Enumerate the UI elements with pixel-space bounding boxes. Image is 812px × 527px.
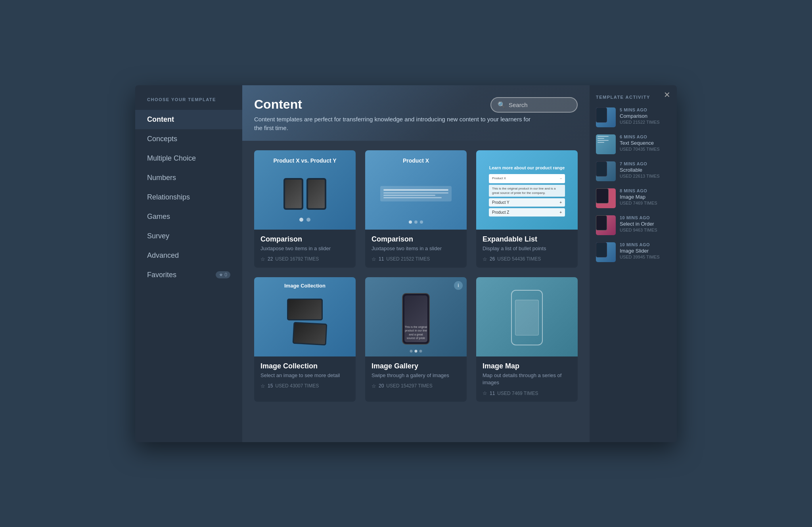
template-meta-comparison2: ☆ 11 USED 21522 TIMES bbox=[372, 256, 460, 262]
template-name-imgmap: Image Map bbox=[483, 362, 571, 370]
thumb-comparison2-label: Product X bbox=[365, 157, 467, 164]
thumb-text-content bbox=[380, 186, 451, 201]
template-card-expandable[interactable]: Learn more about our product range Produ… bbox=[476, 150, 578, 268]
activity-item-2: 6 MINS AGO Text Sequence USED 70435 TIME… bbox=[596, 134, 670, 154]
sidebar-item-favorites[interactable]: Favorites ★ 0 bbox=[135, 265, 242, 285]
template-card-imggallery[interactable]: i This is the original product in our li… bbox=[365, 277, 467, 402]
template-name-imgcollection: Image Collection bbox=[260, 362, 349, 370]
star-count-comparison2: 11 bbox=[379, 256, 384, 262]
template-card-imgmap[interactable]: Image Map Map out details through a seri… bbox=[476, 277, 578, 402]
activity-used-1: USED 21522 TIMES bbox=[620, 120, 670, 125]
thumb-phone-outline-inner bbox=[515, 300, 539, 335]
sidebar-item-concepts[interactable]: Concepts bbox=[135, 129, 242, 149]
template-name-imggallery: Image Gallery bbox=[372, 362, 460, 370]
sidebar: CHOOSE YOUR TEMPLATE Content Concepts Mu… bbox=[135, 85, 242, 442]
search-icon: 🔍 bbox=[498, 101, 506, 109]
activity-thumb-text-2 bbox=[596, 134, 610, 146]
sidebar-item-content[interactable]: Content bbox=[135, 110, 242, 129]
activity-info-4: 8 MINS AGO Image Map USED 7469 TIMES bbox=[620, 188, 670, 205]
activity-name-6: Image Slider bbox=[620, 248, 670, 254]
template-meta-comparison1: ☆ 22 USED 16792 TIMES bbox=[260, 256, 349, 262]
expandable-inner: Learn more about our product range Produ… bbox=[489, 165, 565, 218]
page-description: Content templates are perfect for transf… bbox=[254, 115, 532, 133]
template-card-comparison1[interactable]: Product X vs. Product Y Comparison Juxt bbox=[254, 150, 356, 268]
right-panel: TEMPLATE ACTIVITY 5 MINS AGO Comparison … bbox=[590, 85, 677, 442]
activity-time-3: 7 MINS AGO bbox=[620, 161, 670, 166]
activity-thumb-3 bbox=[596, 161, 616, 181]
used-count-imgmap: USED 7469 TIMES bbox=[497, 391, 538, 396]
thumb-comparison2: Product X bbox=[365, 150, 467, 230]
star-icon: ☆ bbox=[260, 383, 265, 389]
used-count-comparison2: USED 21522 TIMES bbox=[386, 256, 430, 262]
template-name-expandable: Expandable List bbox=[483, 235, 571, 243]
thumb-phone-right bbox=[306, 178, 326, 210]
thumb-phone-outline bbox=[511, 290, 543, 345]
template-info-comparison2: Comparison Juxtapose two items in a slid… bbox=[365, 230, 467, 268]
template-desc-expandable: Display a list of bullet points bbox=[483, 245, 571, 252]
activity-name-1: Comparison bbox=[620, 113, 670, 119]
activity-info-2: 6 MINS AGO Text Sequence USED 70435 TIME… bbox=[620, 134, 670, 151]
activity-thumb-phone-4 bbox=[596, 188, 609, 203]
activity-thumb-1 bbox=[596, 107, 616, 127]
star-icon: ☆ bbox=[372, 256, 376, 262]
thumb-phones bbox=[283, 178, 326, 210]
sidebar-item-survey[interactable]: Survey bbox=[135, 226, 242, 246]
activity-thumb-phone-6 bbox=[596, 242, 607, 257]
thumb-comparison1-label: Product X vs. Product Y bbox=[254, 157, 356, 164]
activity-thumb-phone-3 bbox=[596, 161, 607, 176]
search-input-wrap[interactable]: 🔍 bbox=[490, 97, 578, 113]
close-button[interactable]: ✕ bbox=[664, 90, 670, 100]
template-meta-imggallery: ☆ 20 USED 154297 TIMES bbox=[372, 383, 460, 389]
template-card-imgcollection[interactable]: Image Collection Image Collection Select… bbox=[254, 277, 356, 402]
thumb-expandable: Learn more about our product range Produ… bbox=[476, 150, 578, 230]
used-count-comparison1: USED 16792 TIMES bbox=[275, 256, 319, 262]
expand-item-1: Product X – bbox=[489, 174, 565, 183]
activity-name-2: Text Sequence bbox=[620, 140, 670, 146]
template-desc-imggallery: Swipe through a gallery of images bbox=[372, 372, 460, 379]
template-desc-imgmap: Map out details through a series of imag… bbox=[483, 372, 571, 386]
activity-item-6: 10 MINS AGO Image Slider USED 39945 TIME… bbox=[596, 242, 670, 262]
activity-info-5: 10 MINS AGO Select in Order USED 9463 TI… bbox=[620, 215, 670, 232]
activity-item-5: 10 MINS AGO Select in Order USED 9463 TI… bbox=[596, 215, 670, 235]
sidebar-item-games[interactable]: Games bbox=[135, 207, 242, 226]
template-chooser-modal: ✕ CHOOSE YOUR TEMPLATE Content Concepts … bbox=[135, 85, 677, 442]
template-info-imgcollection: Image Collection Select an image to see … bbox=[254, 356, 356, 395]
template-card-comparison2[interactable]: Product X bbox=[365, 150, 467, 268]
star-icon: ☆ bbox=[483, 390, 487, 396]
activity-time-6: 10 MINS AGO bbox=[620, 242, 670, 247]
template-name-comparison2: Comparison bbox=[372, 235, 460, 243]
activity-thumb-4 bbox=[596, 188, 616, 208]
sidebar-item-advanced[interactable]: Advanced bbox=[135, 246, 242, 265]
star-count-imgcollection: 15 bbox=[268, 383, 273, 389]
template-name-comparison1: Comparison bbox=[260, 235, 349, 243]
thumb-imgcollection: Image Collection bbox=[254, 277, 356, 356]
activity-name-3: Scrollable bbox=[620, 167, 670, 173]
template-desc-imgcollection: Select an image to see more detail bbox=[260, 372, 349, 379]
thumb-phone-big: This is the original product in our line… bbox=[402, 293, 430, 345]
activity-name-4: Image Map bbox=[620, 194, 670, 200]
sidebar-item-relationships[interactable]: Relationships bbox=[135, 188, 242, 207]
activity-thumb-5 bbox=[596, 215, 616, 235]
template-meta-expandable: ☆ 26 USED 54436 TIMES bbox=[483, 256, 571, 262]
search-input[interactable] bbox=[509, 102, 571, 108]
template-meta-imgcollection: ☆ 15 USED 43007 TIMES bbox=[260, 383, 349, 389]
activity-info-1: 5 MINS AGO Comparison USED 21522 TIMES bbox=[620, 107, 670, 125]
template-desc-comparison2: Juxtapose two items in a slider bbox=[372, 245, 460, 252]
star-count-expandable: 26 bbox=[490, 256, 495, 262]
sidebar-item-numbers[interactable]: Numbers bbox=[135, 168, 242, 188]
used-count-imggallery: USED 154297 TIMES bbox=[386, 383, 433, 389]
panel-title: TEMPLATE ACTIVITY bbox=[596, 95, 670, 100]
activity-item-1: 5 MINS AGO Comparison USED 21522 TIMES bbox=[596, 107, 670, 127]
expandable-title: Learn more about our product range bbox=[489, 165, 565, 170]
activity-used-3: USED 22613 TIMES bbox=[620, 174, 670, 178]
activity-used-5: USED 9463 TIMES bbox=[620, 228, 670, 232]
activity-time-2: 6 MINS AGO bbox=[620, 134, 670, 139]
template-meta-imgmap: ☆ 11 USED 7469 TIMES bbox=[483, 390, 571, 396]
star-count-comparison1: 22 bbox=[268, 256, 273, 262]
activity-time-4: 8 MINS AGO bbox=[620, 188, 670, 193]
expand-item-2: Product Y + bbox=[489, 198, 565, 207]
sidebar-item-multiplechoice[interactable]: Multiple Choice bbox=[135, 149, 242, 168]
thumb-card-1 bbox=[287, 299, 323, 320]
activity-item-3: 7 MINS AGO Scrollable USED 22613 TIMES bbox=[596, 161, 670, 181]
used-count-imgcollection: USED 43007 TIMES bbox=[275, 383, 319, 389]
